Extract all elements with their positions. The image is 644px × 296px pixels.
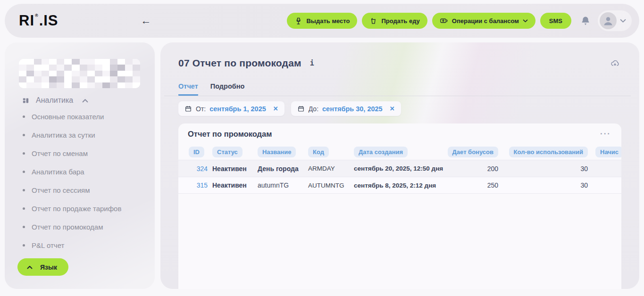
sell-food-button[interactable]: Продать еду [362, 13, 427, 29]
sidebar-section-label: Аналитика [36, 96, 73, 105]
sidebar-section-analytics[interactable]: Аналитика [22, 96, 88, 105]
calendar-icon [184, 105, 192, 113]
bullet [23, 115, 25, 118]
sidebar-item-shift-report[interactable]: Отчет по сменам [23, 144, 121, 163]
sidebar-item-label: Аналитика за сутки [32, 131, 95, 139]
title-row: 07 Отчет по промокодам i [178, 58, 619, 69]
filter-value: сентябрь 30, 2025 [322, 105, 383, 113]
language-label: Язык [40, 263, 57, 271]
sidebar-item-label: Отчет по сменам [32, 149, 88, 157]
back-button[interactable]: ← [141, 16, 151, 26]
bullet [23, 171, 25, 173]
cell-code: ARMDAY [308, 165, 354, 172]
sidebar-item-pnl-report[interactable]: P&L отчет [23, 236, 121, 255]
main-panel: 07 Отчет по промокодам i Отчет Подробно … [160, 42, 639, 289]
sidebar-item-main-metrics[interactable]: Основные показатели [23, 107, 121, 126]
sidebar-item-label: Отчет по промокодам [32, 223, 103, 231]
close-icon[interactable]: ✕ [390, 105, 395, 112]
sidebar-item-promocode-report[interactable]: Отчет по промокодам [23, 218, 121, 236]
bullet [23, 189, 25, 191]
tabs: Отчет Подробно [178, 82, 244, 96]
calendar-icon [297, 105, 305, 113]
sidebar-item-label: Основные показатели [32, 113, 104, 121]
table-row[interactable]: 324 Неактивен День города ARMDAY сентябр… [178, 160, 621, 177]
cell-bonus: 200 [453, 165, 498, 173]
column-header-id[interactable]: ID [189, 147, 204, 157]
analytics-dashboard-icon [22, 97, 30, 105]
info-icon[interactable]: i [310, 59, 314, 67]
sidebar-item-bar-analytics[interactable]: Аналитика бара [23, 163, 121, 181]
notifications-bell-icon[interactable] [580, 15, 591, 26]
cell-uses: 30 [498, 181, 588, 189]
logo: RI®.IS [19, 12, 59, 29]
cell-id-link[interactable]: 315 [189, 181, 212, 189]
tab-report[interactable]: Отчет [178, 82, 198, 96]
sidebar-nav: Основные показатели Аналитика за сутки О… [23, 107, 121, 255]
sidebar-item-session-report[interactable]: Отчет по сессиям [23, 181, 121, 199]
bullet [23, 244, 25, 247]
export-cloud-download-icon[interactable] [611, 59, 619, 68]
column-header-bonus[interactable]: Дает бонусов [448, 147, 498, 157]
cell-name: autumnTG [258, 181, 308, 189]
balance-operations-label: Операции с балансом [452, 17, 519, 25]
cell-name: День города [258, 165, 308, 173]
filter-value: сентябрь 1, 2025 [209, 105, 266, 113]
column-header-uses[interactable]: Кол-во использований [509, 147, 588, 157]
table-header-row: ID Статус Название Код Дата создания Дае… [178, 144, 621, 160]
cell-uses: 30 [498, 165, 588, 173]
chevron-up-icon [82, 99, 88, 103]
cell-code: AUTUMNTG [308, 182, 354, 189]
bullet [23, 207, 25, 210]
sidebar-item-label: Отчет по продаже тарифов [32, 205, 121, 213]
cell-created: сентябрь 8, 2025, 2:12 дня [354, 182, 453, 189]
date-from-filter[interactable]: От: сентябрь 1, 2025 ✕ [178, 101, 284, 116]
chevron-down-icon [523, 19, 528, 23]
filter-label: От: [196, 105, 206, 113]
cell-bonus: 250 [453, 181, 498, 189]
sms-button[interactable]: SMS [540, 13, 571, 29]
balance-operations-button[interactable]: Операции с балансом [432, 13, 535, 29]
cell-id-link[interactable]: 324 [189, 165, 212, 173]
sidebar-item-label: Отчет по сессиям [32, 186, 90, 194]
sidebar: Аналитика Основные показатели Аналитика … [5, 42, 155, 289]
sidebar-item-label: P&L отчет [32, 241, 64, 249]
registered-mark: ® [35, 13, 39, 18]
sidebar-item-tariff-sales-report[interactable]: Отчет по продаже тарифов [23, 199, 121, 218]
card-title: Отчет по промокодам [188, 130, 272, 139]
chair-icon [294, 17, 302, 25]
logo-part1: RI [19, 12, 34, 29]
top-header: RI®.IS ← Выдать место Продать еду Операц… [5, 4, 639, 38]
cell-status: Неактивен [212, 181, 258, 189]
table-row[interactable]: 315 Неактивен autumnTG AUTUMNTG сентябрь… [178, 177, 621, 194]
column-header-created[interactable]: Дата создания [354, 147, 408, 157]
report-card: Отчет по промокодам ··· ID Статус Назван… [178, 123, 621, 289]
column-header-code[interactable]: Код [308, 147, 329, 157]
sell-food-label: Продать еду [381, 17, 419, 25]
more-options-icon[interactable]: ··· [600, 132, 611, 136]
cup-icon [369, 17, 377, 25]
close-icon[interactable]: ✕ [273, 105, 278, 112]
date-filters: От: сентябрь 1, 2025 ✕ До: сентябрь 30, … [178, 101, 401, 116]
chevron-up-icon [27, 265, 33, 269]
bullet [23, 134, 25, 136]
column-header-status[interactable]: Статус [212, 147, 243, 157]
column-header-accrued[interactable]: Начис [595, 147, 621, 157]
cash-icon [440, 16, 448, 25]
cell-created: сентябрь 20, 2025, 12:50 дня [354, 165, 453, 172]
user-menu[interactable] [598, 10, 632, 31]
tabs-divider [164, 96, 631, 96]
venue-logo-pixelated [19, 59, 140, 88]
bullet [23, 226, 25, 228]
sidebar-item-daily-analytics[interactable]: Аналитика за сутки [23, 126, 121, 144]
bullet [23, 152, 25, 155]
column-header-name[interactable]: Название [258, 147, 296, 157]
sms-label: SMS [549, 17, 562, 25]
language-button[interactable]: Язык [17, 258, 68, 276]
tab-details[interactable]: Подробно [210, 82, 245, 96]
cell-status: Неактивен [212, 165, 258, 173]
sidebar-item-label: Аналитика бара [32, 168, 84, 176]
date-to-filter[interactable]: До: сентябрь 30, 2025 ✕ [291, 101, 401, 116]
card-header: Отчет по промокодам ··· [178, 123, 621, 144]
issue-seat-button[interactable]: Выдать место [287, 13, 357, 29]
chevron-down-icon [620, 19, 626, 23]
